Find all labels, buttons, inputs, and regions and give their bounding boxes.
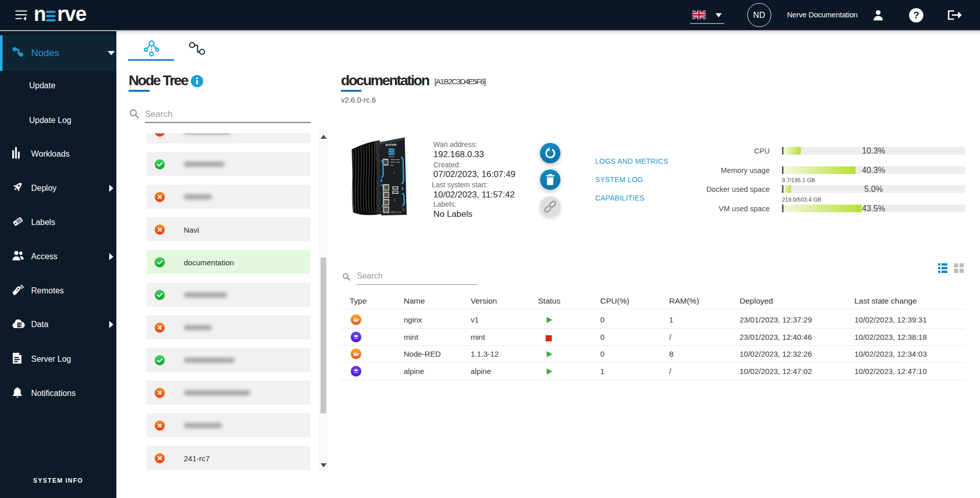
svg-text:n≡rve: n≡rve xyxy=(385,142,397,147)
svg-text:MFN 100: MFN 100 xyxy=(391,211,402,214)
svg-text:KTxxx: KTxxx xyxy=(383,212,390,214)
